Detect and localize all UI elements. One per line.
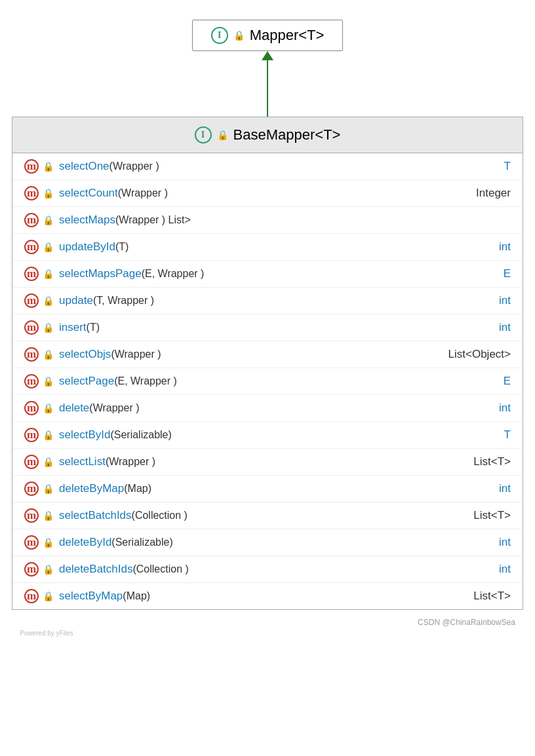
method-label: deleteBatchIds [59, 563, 132, 575]
method-row: m🔒selectMapsPage(E, Wrapper )E [12, 261, 523, 288]
watermark: CSDN @ChinaRainbowSea [418, 618, 522, 627]
method-params: (Map) [123, 590, 150, 601]
method-label: selectMapsPage [59, 267, 142, 280]
method-row: m🔒selectList(Wrapper )List<T> [12, 449, 523, 476]
method-m-icon: m [24, 159, 39, 174]
method-params: (Wrapper ) [89, 402, 139, 413]
method-params: (Serializable) [110, 429, 171, 440]
method-row: m🔒selectByMap(Map)List<T> [12, 583, 523, 609]
method-m-icon: m [24, 535, 39, 550]
method-m-icon: m [24, 482, 39, 496]
powered-by: Powered by yFiles [13, 630, 73, 637]
method-row: m🔒deleteById(Serializable)int [12, 529, 523, 556]
method-m-icon: m [24, 186, 39, 200]
method-row: m🔒selectOne(Wrapper )T [12, 153, 523, 180]
arrow-head [262, 51, 273, 60]
method-signature: selectOne(Wrapper ) [59, 160, 458, 173]
method-m-icon: m [24, 589, 39, 603]
method-params: (E, Wrapper ) [142, 268, 205, 279]
method-lock-icon: 🔒 [43, 161, 54, 172]
method-row: m🔒selectMaps(Wrapper ) List> [12, 207, 523, 234]
method-lock-icon: 🔒 [43, 349, 54, 360]
method-label: selectList [59, 455, 106, 468]
method-signature: selectPage(E, Wrapper ) [59, 375, 458, 388]
method-params: (Collection ) [132, 510, 188, 521]
method-lock-icon: 🔒 [43, 564, 54, 575]
method-lock-icon: 🔒 [43, 188, 54, 198]
method-return-type: int [458, 321, 511, 334]
method-m-icon: m [24, 267, 39, 281]
method-m-icon: m [24, 374, 39, 388]
method-params: (E, Wrapper ) [114, 375, 177, 387]
method-m-icon: m [24, 428, 39, 442]
method-m-icon: m [24, 213, 39, 227]
method-signature: updateById(T) [59, 240, 458, 254]
method-return-type: int [458, 402, 511, 415]
method-label: selectBatchIds [59, 509, 132, 521]
method-signature: selectMaps(Wrapper ) List> [59, 214, 511, 227]
method-row: m🔒selectObjs(Wrapper )List<Object> [12, 341, 523, 368]
method-lock-icon: 🔒 [43, 537, 54, 548]
method-label: insert [59, 321, 87, 333]
method-return-type: List<T> [458, 455, 511, 468]
method-label: selectByMap [59, 590, 123, 602]
method-return-type: Integer [458, 187, 511, 200]
method-signature: selectById(Serializable) [59, 428, 458, 442]
method-signature: update(T, Wrapper ) [59, 294, 458, 307]
method-signature: insert(T) [59, 321, 458, 334]
mapper-lock-icon: 🔒 [233, 30, 245, 41]
method-params: (T) [115, 241, 129, 252]
method-lock-icon: 🔒 [43, 269, 54, 279]
mapper-class-box: I 🔒 Mapper<T> [192, 20, 344, 51]
method-params: (T, Wrapper ) [93, 295, 154, 306]
method-m-icon: m [24, 508, 39, 523]
methods-list: m🔒selectOne(Wrapper )Tm🔒selectCount(Wrap… [12, 153, 523, 609]
method-return-type: T [458, 428, 511, 442]
method-lock-icon: 🔒 [43, 457, 54, 467]
method-row: m🔒update(T, Wrapper )int [12, 288, 523, 314]
method-signature: deleteById(Serializable) [59, 536, 458, 549]
method-params: (Wrapper ) List> [115, 214, 191, 225]
method-signature: selectMapsPage(E, Wrapper ) [59, 267, 458, 280]
method-m-icon: m [24, 401, 39, 415]
method-row: m🔒delete(Wrapper )int [12, 395, 523, 422]
method-signature: selectCount(Wrapper ) [59, 187, 458, 200]
method-signature: deleteByMap(Map) [59, 482, 458, 495]
method-lock-icon: 🔒 [43, 430, 54, 440]
method-return-type: List<Object> [448, 348, 511, 361]
method-return-type: T [458, 160, 511, 173]
method-params: (Map) [124, 483, 151, 494]
method-label: delete [59, 402, 89, 414]
method-row: m🔒selectCount(Wrapper )Integer [12, 180, 523, 207]
mapper-interface-icon: I [211, 27, 228, 44]
method-params: (T) [87, 322, 100, 333]
method-return-type: List<T> [458, 509, 511, 522]
method-return-type: int [458, 482, 511, 495]
method-signature: delete(Wrapper ) [59, 402, 458, 415]
method-label: selectMaps [59, 214, 115, 226]
mapper-title: Mapper<T> [250, 27, 325, 44]
method-params: (Wrapper ) [109, 161, 159, 172]
method-label: updateById [59, 240, 115, 253]
method-label: selectCount [59, 187, 118, 199]
method-params: (Wrapper ) [111, 349, 161, 360]
basemapper-lock-icon: 🔒 [217, 130, 228, 140]
method-lock-icon: 🔒 [43, 591, 54, 601]
basemapper-title: BaseMapper<T> [233, 126, 341, 143]
method-row: m🔒deleteBatchIds(Collection )int [12, 556, 523, 583]
method-params: (Wrapper ) [106, 456, 155, 467]
method-signature: selectList(Wrapper ) [59, 455, 458, 468]
method-signature: selectByMap(Map) [59, 590, 458, 603]
method-lock-icon: 🔒 [43, 403, 54, 413]
method-return-type: E [458, 267, 511, 280]
method-lock-icon: 🔒 [43, 242, 54, 252]
method-params: (Collection ) [132, 563, 188, 575]
method-label: selectObjs [59, 348, 111, 360]
method-m-icon: m [24, 293, 39, 308]
method-label: deleteById [59, 536, 111, 548]
method-params: (Wrapper ) [118, 187, 168, 198]
method-return-type: int [458, 536, 511, 549]
method-return-type: List<T> [458, 590, 511, 603]
method-lock-icon: 🔒 [43, 215, 54, 225]
method-return-type: int [458, 294, 511, 307]
